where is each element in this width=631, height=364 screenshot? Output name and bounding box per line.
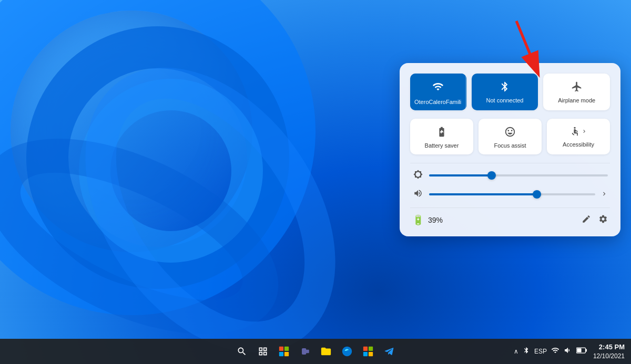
volume-chevron[interactable] [601,190,608,199]
battery-actions [582,214,608,226]
widgets-taskbar-button[interactable] [253,342,272,361]
brightness-fill [429,174,492,176]
accessibility-button[interactable]: Accessibility [547,119,610,154]
svg-rect-5 [279,352,283,356]
wifi-label: OteroCaleroFamili [414,99,461,105]
battery-percentage: 39% [428,216,443,224]
volume-thumb[interactable] [533,190,541,199]
battery-icon: 🔋 [412,214,424,226]
brightness-icon [412,170,424,181]
brightness-slider-row [410,170,610,181]
divider-2 [410,207,610,208]
tray-battery-icon[interactable] [576,346,587,356]
system-tray: ∧ ESP 2:45 PM 12/10 [514,342,625,361]
settings-icon[interactable] [598,214,608,226]
sliders-section [410,170,610,200]
focus-icon [504,126,516,138]
svg-point-2 [574,127,575,129]
quick-buttons-row-1: OteroCaleroFamili Not connected [410,74,610,110]
clock-time: 2:45 PM [599,342,625,352]
edge-taskbar-button[interactable] [338,342,357,361]
quick-settings-panel: OteroCaleroFamili Not connected [400,63,620,236]
volume-icon [412,189,424,200]
windows-store-taskbar-button[interactable] [359,342,378,361]
accessibility-label: Accessibility [563,141,594,148]
volume-fill [429,193,537,195]
divider [410,163,610,163]
search-taskbar-button[interactable] [232,342,251,361]
tray-chevron[interactable]: ∧ [514,348,518,355]
svg-rect-4 [284,347,289,351]
volume-track[interactable] [429,193,595,195]
svg-rect-13 [585,349,587,352]
system-clock[interactable]: 2:45 PM 12/10/2021 [593,342,625,361]
edit-icon[interactable] [582,214,591,226]
files-taskbar-button[interactable] [317,342,335,361]
svg-rect-10 [369,352,373,356]
airplane-icon [571,81,583,92]
focus-assist-label: Focus assist [494,142,526,149]
tray-bluetooth-icon[interactable] [523,347,530,356]
clock-date: 12/10/2021 [593,352,625,361]
focus-assist-button[interactable]: Focus assist [479,119,542,154]
store-taskbar-button[interactable] [274,342,293,361]
svg-rect-9 [363,352,368,356]
battery-saver-icon [436,126,447,138]
battery-section: 🔋 39% [410,214,610,226]
battery-saver-button[interactable]: Battery saver [410,119,473,154]
taskbar-center [232,342,399,361]
brightness-track[interactable] [429,174,608,176]
airplane-label: Airplane mode [558,97,595,104]
language-badge[interactable]: ESP [534,348,547,355]
quick-buttons-row-2: Battery saver Focus assist Acc [410,119,610,154]
svg-rect-6 [284,352,289,356]
bluetooth-icon [499,81,511,92]
svg-rect-8 [369,347,373,351]
battery-saver-label: Battery saver [425,142,459,149]
tray-volume-icon[interactable] [564,346,572,356]
volume-slider-row [410,189,610,200]
tray-wifi-icon[interactable] [551,346,559,356]
wifi-chevron-section[interactable] [465,74,466,110]
wifi-button[interactable]: OteroCaleroFamili [410,74,466,110]
svg-line-1 [516,21,535,66]
svg-rect-3 [279,347,283,351]
bluetooth-label: Not connected [486,97,524,104]
bluetooth-button[interactable]: Not connected [472,74,538,110]
battery-info: 🔋 39% [412,214,443,226]
svg-rect-12 [577,349,581,353]
accessibility-icon [569,126,587,137]
wifi-icon [432,81,444,95]
wifi-left-section[interactable]: OteroCaleroFamili [410,74,465,110]
teams-taskbar-button[interactable] [296,342,314,361]
brightness-thumb[interactable] [487,171,496,180]
telegram-taskbar-button[interactable] [380,342,399,361]
svg-rect-7 [363,347,368,351]
airplane-mode-button[interactable]: Airplane mode [543,74,610,110]
taskbar: ∧ ESP 2:45 PM 12/10 [0,339,631,364]
